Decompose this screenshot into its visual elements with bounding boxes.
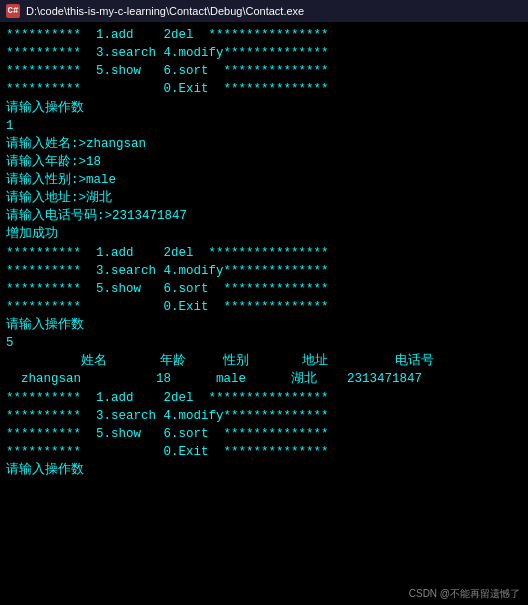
terminal-line: 姓名 年龄 性别 地址 电话号 <box>6 352 522 370</box>
watermark: CSDN @不能再留遗憾了 <box>409 587 520 601</box>
terminal-line: 1 <box>6 117 522 135</box>
terminal-line: ********** 0.Exit ************** <box>6 443 522 461</box>
terminal-line: 请输入操作数 <box>6 461 522 479</box>
terminal-line: 请输入年龄:>18 <box>6 153 522 171</box>
app-window: C# D:\code\this-is-my-c-learning\Contact… <box>0 0 528 605</box>
terminal-line: ********** 3.search 4.modify************… <box>6 407 522 425</box>
app-icon: C# <box>6 4 20 18</box>
terminal-line: ********** 1.add 2del **************** <box>6 26 522 44</box>
terminal-line: 请输入姓名:>zhangsan <box>6 135 522 153</box>
terminal-line: 增加成功 <box>6 225 522 243</box>
terminal-line: ********** 1.add 2del **************** <box>6 244 522 262</box>
terminal-line: 请输入操作数 <box>6 316 522 334</box>
terminal-line: ********** 1.add 2del **************** <box>6 389 522 407</box>
terminal-line: zhangsan 18 male 湖北 2313471847 <box>6 370 522 388</box>
terminal-output[interactable]: ********** 1.add 2del ******************… <box>0 22 528 605</box>
terminal-line: 请输入操作数 <box>6 99 522 117</box>
terminal-line: 5 <box>6 334 522 352</box>
terminal-line: ********** 0.Exit ************** <box>6 80 522 98</box>
terminal-line: ********** 5.show 6.sort ************** <box>6 425 522 443</box>
terminal-line: ********** 0.Exit ************** <box>6 298 522 316</box>
title-bar-path: D:\code\this-is-my-c-learning\Contact\De… <box>26 5 304 17</box>
terminal-line: ********** 3.search 4.modify************… <box>6 44 522 62</box>
title-bar: C# D:\code\this-is-my-c-learning\Contact… <box>0 0 528 22</box>
terminal-line: 请输入电话号码:>2313471847 <box>6 207 522 225</box>
terminal-line: 请输入地址:>湖北 <box>6 189 522 207</box>
terminal-line: ********** 5.show 6.sort ************** <box>6 280 522 298</box>
terminal-line: ********** 5.show 6.sort ************** <box>6 62 522 80</box>
terminal-line: 请输入性别:>male <box>6 171 522 189</box>
terminal-line: ********** 3.search 4.modify************… <box>6 262 522 280</box>
